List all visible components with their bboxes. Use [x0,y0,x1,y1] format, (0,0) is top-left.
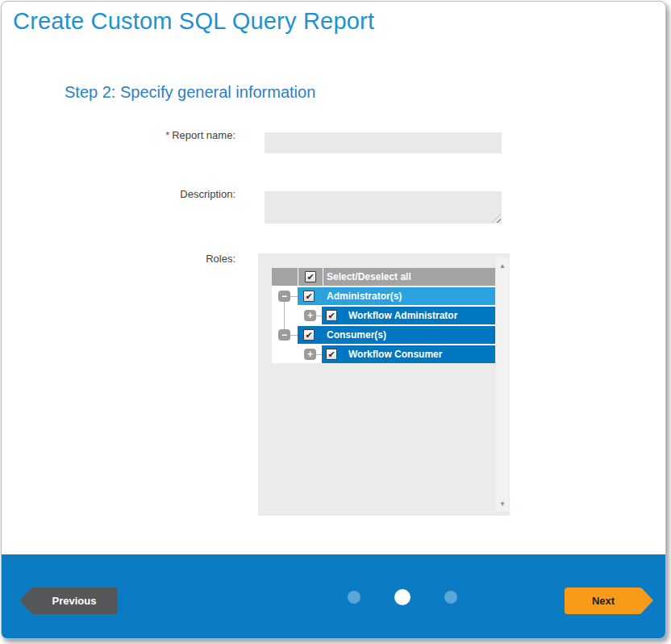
role-checkbox[interactable] [326,310,337,321]
tree-row-bar[interactable]: Administrator(s) [298,287,495,305]
scroll-up-icon[interactable]: ▲ [496,259,509,272]
select-all-checkbox[interactable] [305,271,316,282]
step-dot-1 [348,591,361,604]
roles-label: Roles: [2,253,235,266]
expand-icon[interactable] [304,349,316,360]
role-checkbox[interactable] [303,291,315,302]
tree-indent [272,287,298,305]
scroll-down-icon[interactable]: ▼ [496,497,509,510]
tree-indent [272,345,322,363]
tree-row-bar[interactable]: Workflow Consumer [322,345,495,363]
tree-indent [272,326,298,344]
roles-tree: Select/Deselect all Administrator(s) [272,268,495,363]
roles-tree-container: Select/Deselect all Administrator(s) [258,253,510,516]
role-checkbox[interactable] [326,349,337,360]
tree-row-bar[interactable]: Consumer(s) [298,326,495,344]
tree-scrollbar[interactable]: ▲ ▼ [496,257,509,512]
step-indicator [348,589,457,605]
tree-row[interactable]: Administrator(s) [272,287,495,305]
description-label: Description: [2,188,235,201]
description-textarea[interactable] [265,191,502,224]
select-all-label: Select/Deselect all [323,268,495,286]
collapse-icon[interactable] [278,329,290,341]
tree-row[interactable]: Consumer(s) [272,326,495,344]
description-label-text: Description: [180,188,235,200]
role-label: Workflow Administrator [348,310,457,321]
tree-row[interactable]: Workflow Consumer [272,345,495,363]
report-name-input[interactable] [265,132,502,153]
role-label: Consumer(s) [327,329,386,341]
role-label: Administrator(s) [327,291,402,302]
role-checkbox[interactable] [303,329,315,341]
tree-row[interactable]: Workflow Administrator [272,307,495,324]
wizard-footer: Previous Next [2,554,665,638]
tree-header-row[interactable]: Select/Deselect all [272,268,495,286]
collapse-icon[interactable] [278,291,290,302]
step-dot-3 [444,591,457,604]
roles-label-text: Roles: [206,253,235,265]
next-button[interactable]: Next [565,588,642,614]
role-label: Workflow Consumer [348,349,442,360]
previous-button[interactable]: Previous [31,588,118,614]
tree-indent [272,307,322,324]
page-title: Create Custom SQL Query Report [13,8,374,35]
report-name-label-text: Report name: [172,129,235,141]
tree-header-spacer [272,268,298,286]
expand-icon[interactable] [304,310,316,321]
required-asterisk: * [165,129,169,141]
step-dot-2-active [394,589,411,605]
wizard-dialog: Create Custom SQL Query Report Step 2: S… [1,1,666,639]
step-heading: Step 2: Specify general information [65,83,315,102]
report-name-label: *Report name: [2,129,235,142]
tree-header-checkbox-cell [298,268,323,286]
tree-row-bar[interactable]: Workflow Administrator [322,307,495,324]
